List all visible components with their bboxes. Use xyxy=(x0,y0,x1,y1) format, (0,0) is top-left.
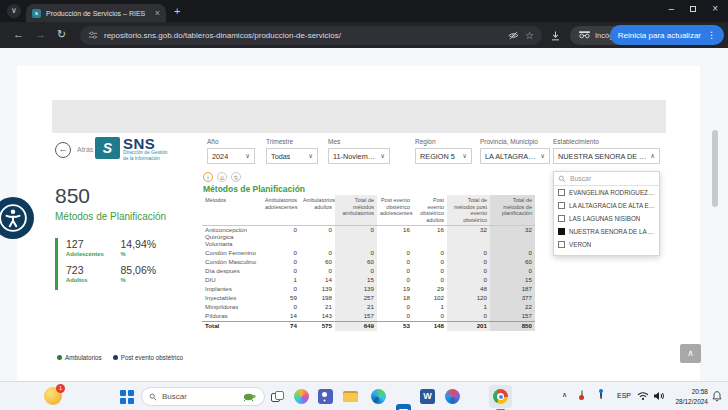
establishment-option[interactable]: EVANGELINA RODRIGUEZ PERO... xyxy=(554,186,659,199)
forward-nav-icon[interactable]: → xyxy=(35,28,46,40)
reload-icon[interactable]: ↻ xyxy=(57,28,66,41)
establishment-option[interactable]: VERON xyxy=(554,238,659,251)
establishment-option[interactable]: LAS LAGUNAS NISIBON xyxy=(554,212,659,225)
filter-establecimiento[interactable]: EstablecimientoNUESTRA SENORA DE LA ALTA… xyxy=(553,138,660,164)
legend-item[interactable]: Post evento obstétrico xyxy=(113,354,183,361)
new-tab-button[interactable]: + xyxy=(174,5,180,17)
start-button[interactable] xyxy=(120,390,134,404)
restart-to-update-button[interactable]: Reinicia para actualizar ⋮ xyxy=(610,25,724,45)
search-highlight-turtle-icon xyxy=(242,392,257,402)
matrix-column-header[interactable]: Post evento obstétrico adolescentes xyxy=(377,195,413,226)
word-icon[interactable]: W xyxy=(420,389,435,404)
browser-menu-icon[interactable]: ⋮ xyxy=(707,30,716,40)
filter-dropdown[interactable]: LA ALTAGRACIA∨ xyxy=(480,148,550,164)
edge-icon[interactable] xyxy=(371,389,386,404)
tray-status-icon[interactable] xyxy=(581,391,583,398)
legend-label: Ambulatorios xyxy=(65,354,102,361)
back-arrow-icon[interactable]: ← xyxy=(55,142,71,158)
report-card: ← Atrás S SNS Dirección de Gestión de la… xyxy=(17,66,700,381)
matrix-cell: 0 xyxy=(413,276,447,285)
establishment-option[interactable]: NUESTRA SENORA DE LA ALTAG... xyxy=(554,225,659,238)
matrix-column-header[interactable]: Total de métodos ambulatorios xyxy=(335,195,377,226)
chrome-icon[interactable] xyxy=(489,385,512,408)
bookmark-star-icon[interactable]: ☆ xyxy=(525,30,534,41)
checkbox[interactable] xyxy=(558,202,565,209)
establishment-search[interactable]: Buscar xyxy=(554,172,659,186)
browser-tab[interactable]: s Producción de Servicios – RIES × xyxy=(26,4,166,22)
filter-dropdown[interactable]: REGION 5∨ xyxy=(415,148,472,164)
filter-dropdown[interactable]: NUESTRA SENORA DE LA ALTAG...∧ xyxy=(553,148,660,164)
matrix-title: Métodos de Planificación xyxy=(203,184,305,194)
filter-dropdown[interactable]: 2024∨ xyxy=(207,148,255,164)
back-label[interactable]: Atrás xyxy=(77,146,93,153)
window-controls: – × xyxy=(669,3,718,14)
matrix-cell: 22 xyxy=(490,303,535,312)
drill-up-icon[interactable]: ↑ xyxy=(203,172,213,182)
filter-dropdown[interactable]: Todas∨ xyxy=(266,148,318,164)
notifications-bell-icon[interactable] xyxy=(712,390,722,403)
matrix-column-header[interactable]: Métodos xyxy=(202,195,262,226)
address-bar[interactable]: repositorio.sns.gob.do/tableros-dinamico… xyxy=(80,26,542,45)
filter-regi-n[interactable]: RegiónREGION 5∨ xyxy=(415,138,472,164)
matrix-column-header[interactable]: Ambulatorios adolescentes xyxy=(262,195,300,226)
tab-close-icon[interactable]: × xyxy=(155,8,160,18)
matrix-cell: 575 xyxy=(300,321,335,330)
matrix-column-header[interactable]: Ambulatorios adultos xyxy=(300,195,335,226)
drill-down-icon[interactable]: ⇊ xyxy=(217,172,227,182)
matrix-row[interactable]: Anticoncepción Quirúrgica Voluntaria0001… xyxy=(202,226,535,249)
matrix-column-header[interactable]: Post evento obstétrico adultos xyxy=(413,195,447,226)
task-view-icon[interactable] xyxy=(271,391,284,402)
download-icon[interactable] xyxy=(550,28,561,46)
matrix-row[interactable]: Inyectables5919825718102120377 xyxy=(202,294,535,303)
matrix-cell: 139 xyxy=(300,285,335,294)
wifi-icon[interactable] xyxy=(637,391,649,402)
close-button[interactable]: × xyxy=(712,3,718,14)
tab-search-icon[interactable]: ∨ xyxy=(7,4,21,18)
matrix-row[interactable]: Implantes0139139192948187 xyxy=(202,285,535,294)
matrix-column-header[interactable]: Total de métodos post evento obstétrico xyxy=(447,195,490,226)
matrix-row[interactable]: DIU1141500015 xyxy=(202,276,535,285)
minimize-button[interactable]: – xyxy=(669,3,675,14)
matrix-column-header[interactable]: Total de métodos de planificación xyxy=(490,195,535,226)
checkbox[interactable] xyxy=(558,228,565,235)
filter-label: Provincia, Municipio xyxy=(480,138,550,145)
eye-off-icon[interactable] xyxy=(508,30,519,41)
filter-mes[interactable]: Mes11-Noviembre∨ xyxy=(328,138,390,164)
checkbox[interactable] xyxy=(558,189,565,196)
checkbox[interactable] xyxy=(558,241,565,248)
matrix-row[interactable]: Condón Masculino0606000060 xyxy=(202,258,535,267)
matrix-row[interactable]: Condón Femenino0000000 xyxy=(202,249,535,258)
tray-chevron-icon[interactable]: ∧ xyxy=(562,391,567,399)
microsoft-store-icon[interactable] xyxy=(396,404,411,410)
legend-item[interactable]: Ambulatorios xyxy=(57,354,102,361)
filter-trimestre[interactable]: TrimestreTodas∨ xyxy=(266,138,318,164)
filter-label: Establecimiento xyxy=(553,138,660,145)
establishment-option[interactable]: LA ALTAGRACIA DE ALTA ESPECI... xyxy=(554,199,659,212)
maximize-button[interactable] xyxy=(690,6,696,12)
copilot-icon[interactable] xyxy=(294,389,309,404)
file-explorer-icon[interactable] xyxy=(343,389,358,404)
teams-icon[interactable] xyxy=(318,389,333,404)
language-indicator[interactable]: ESP xyxy=(617,392,631,399)
filter-a-o[interactable]: Año2024∨ xyxy=(207,138,255,164)
checkbox[interactable] xyxy=(558,215,565,222)
expand-levels-icon[interactable]: ⇅ xyxy=(231,172,241,182)
matrix-row[interactable]: Total7457564953148201850 xyxy=(202,321,535,330)
matrix-row[interactable]: Píldoras14143157000157 xyxy=(202,312,535,321)
tray-sync-icon[interactable] xyxy=(600,391,602,398)
volume-icon[interactable] xyxy=(653,391,665,402)
page-scrollbar[interactable] xyxy=(712,130,718,207)
matrix-row[interactable]: Minipíldoras0212101122 xyxy=(202,303,535,312)
filter-provincia-municipio[interactable]: Provincia, MunicipioLA ALTAGRACIA∨ xyxy=(480,138,550,164)
back-to-top-button[interactable]: ∧ xyxy=(680,344,701,363)
matrix-row[interactable]: Día después0000000 xyxy=(202,267,535,276)
back-nav-icon[interactable]: ← xyxy=(13,28,24,40)
matrix-cell: 18 xyxy=(377,294,413,303)
taskbar-clock[interactable]: 20:58 28/12/2024 xyxy=(668,387,708,407)
taskbar-search[interactable]: Buscar xyxy=(141,387,265,406)
filter-dropdown[interactable]: 11-Noviembre∨ xyxy=(328,148,390,164)
widgets-icon[interactable]: 1 xyxy=(44,387,62,405)
microsoft-365-icon[interactable] xyxy=(445,389,460,404)
site-settings-icon[interactable] xyxy=(88,30,98,40)
restart-to-update-label: Reinicia para actualizar xyxy=(618,31,701,40)
